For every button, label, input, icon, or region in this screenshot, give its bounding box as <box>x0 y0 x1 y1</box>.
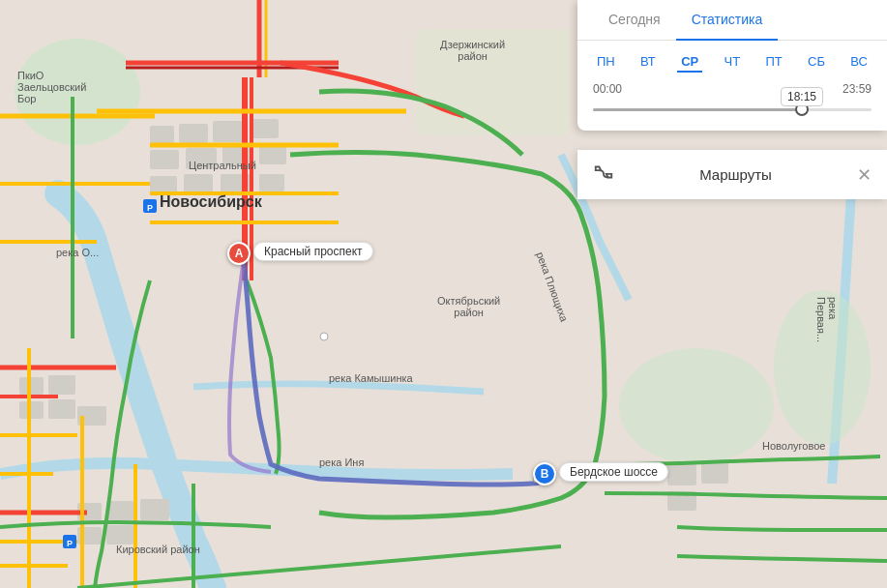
svg-rect-14 <box>184 174 213 193</box>
day-thursday[interactable]: ЧТ <box>721 52 745 73</box>
stats-panel: Сегодня Статистика ПН ВТ СР ЧТ ПТ СБ ВС … <box>577 0 887 131</box>
svg-rect-19 <box>19 401 44 419</box>
marker-a: A <box>227 242 251 265</box>
svg-rect-16 <box>259 174 284 191</box>
routes-panel: Маршруты ✕ <box>577 150 887 199</box>
svg-rect-12 <box>259 145 286 164</box>
day-monday[interactable]: ПН <box>593 52 619 73</box>
svg-rect-28 <box>701 462 728 484</box>
days-row: ПН ВТ СР ЧТ ПТ СБ ВС <box>593 52 872 73</box>
slider-fill <box>593 108 802 111</box>
time-slider[interactable]: 18:15 <box>593 100 872 119</box>
slider-track: 18:15 <box>593 108 872 111</box>
marker-b: B <box>533 462 556 485</box>
svg-rect-9 <box>150 150 179 169</box>
marker-a-label: Красный проспект <box>253 242 373 261</box>
svg-point-3 <box>774 290 871 445</box>
svg-rect-17 <box>19 377 44 395</box>
svg-rect-7 <box>213 121 247 142</box>
svg-rect-27 <box>667 464 696 485</box>
svg-text:P: P <box>67 539 73 548</box>
time-range: 00:00 23:59 <box>593 82 872 96</box>
svg-rect-8 <box>251 119 279 138</box>
tab-today[interactable]: Сегодня <box>593 0 676 41</box>
svg-rect-24 <box>140 499 169 520</box>
svg-rect-20 <box>48 399 75 419</box>
tab-stats[interactable]: Статистика <box>676 0 779 41</box>
slider-tooltip: 18:15 <box>781 87 823 106</box>
map-container[interactable]: P P Дзержинскийрайон Центральный Новосиб… <box>0 0 887 588</box>
svg-rect-6 <box>179 124 208 143</box>
routes-close-button[interactable]: ✕ <box>857 164 872 186</box>
routes-icon <box>593 162 614 188</box>
svg-text:P: P <box>147 203 153 213</box>
svg-rect-13 <box>150 176 177 193</box>
svg-point-56 <box>320 333 328 340</box>
svg-rect-10 <box>186 148 217 169</box>
svg-point-1 <box>15 39 140 145</box>
time-start: 00:00 <box>593 82 622 96</box>
stats-content: ПН ВТ СР ЧТ ПТ СБ ВС 00:00 23:59 18:15 <box>577 41 887 131</box>
time-end: 23:59 <box>843 82 872 96</box>
svg-rect-5 <box>150 126 174 143</box>
svg-rect-4 <box>416 29 571 135</box>
svg-point-2 <box>619 348 774 464</box>
svg-rect-26 <box>106 525 133 544</box>
day-friday[interactable]: ПТ <box>761 52 785 73</box>
day-saturday[interactable]: СБ <box>804 52 829 73</box>
day-wednesday[interactable]: СР <box>677 52 702 73</box>
routes-label: Маршруты <box>626 166 845 183</box>
tab-bar: Сегодня Статистика <box>577 0 887 41</box>
marker-b-label: Бердское шоссе <box>559 462 668 482</box>
day-tuesday[interactable]: ВТ <box>636 52 660 73</box>
day-sunday[interactable]: ВС <box>846 52 872 73</box>
svg-rect-18 <box>48 375 75 395</box>
